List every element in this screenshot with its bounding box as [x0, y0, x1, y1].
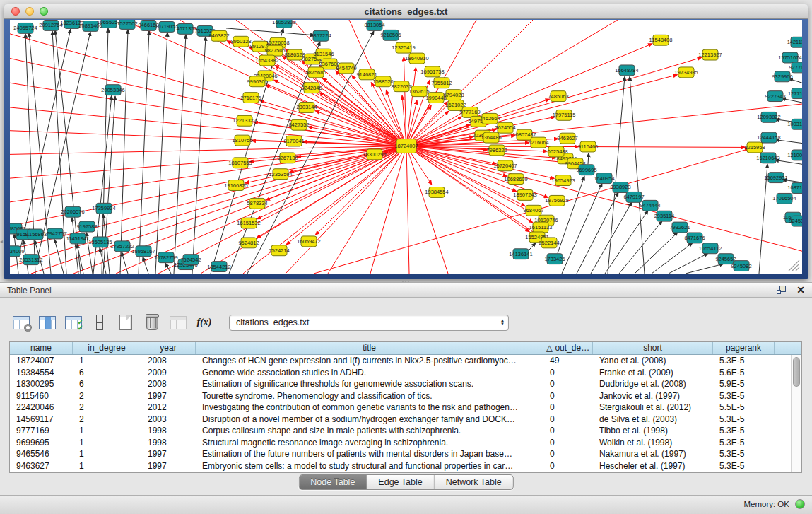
table-cell: Nakamura et al. (1997)	[593, 448, 713, 460]
table-cell: 9465546	[10, 448, 73, 460]
graph-node-label: 12771114	[788, 90, 802, 97]
table-cell: de Silva et al. (2003)	[593, 414, 713, 426]
graph-node-label: 12325419	[392, 45, 415, 51]
graph-node-label: 2803144	[296, 104, 317, 110]
graph-node-label: 1733426	[544, 256, 565, 262]
network-table-selector[interactable]: citations_edges.txt ▲▼	[229, 315, 509, 331]
graph-node-label: 10688609	[504, 176, 527, 182]
table-cell: 0	[543, 367, 593, 379]
application-window: citations_edges.txt 240557242091276418	[0, 0, 812, 514]
table-cell: 1	[73, 460, 141, 472]
graph-node-label: 6794028	[443, 92, 464, 98]
trash-icon	[146, 315, 158, 330]
table-row[interactable]: 2242004622012Investigating the contribut…	[10, 402, 791, 414]
graph-node-label: 20912764	[39, 22, 62, 28]
row-height-button[interactable]	[90, 313, 110, 332]
column-header-year[interactable]: year	[141, 342, 196, 354]
graph-node-label: 9146821	[356, 71, 377, 78]
graph-node-label: 16543382	[255, 57, 278, 64]
table-panel-title: Table Panel	[7, 286, 52, 296]
tab-edge-table[interactable]: Edge Table	[367, 475, 434, 489]
graph-node-label: 18234009	[10, 248, 25, 255]
graph-node-label: 19734935	[674, 69, 698, 76]
graph-node-label: 18544212	[207, 264, 230, 270]
memory-status-indicator[interactable]	[795, 499, 805, 509]
graph-node-label: 16151133	[529, 224, 553, 230]
new-document-icon	[119, 315, 132, 330]
column-header-name[interactable]: name	[10, 342, 73, 354]
table-row[interactable]: 977716911998Corpus callosum shape and si…	[10, 425, 791, 437]
tab-network-table[interactable]: Network Table	[435, 475, 513, 489]
table-cell: Franke et al. (2009)	[593, 367, 713, 379]
table-cell: Yano et al. (2008)	[593, 355, 713, 367]
table-cell: 0	[543, 414, 593, 426]
table-cell: 2003	[141, 414, 196, 426]
column-header-in_degree[interactable]: in_degree	[73, 342, 141, 354]
graph-node-label: 1527602	[117, 21, 137, 27]
table-row[interactable]: 946362711997Embryonic stem cells: a mode…	[10, 460, 791, 472]
table-row[interactable]: 1456911722003Disruption of a novel membe…	[10, 414, 791, 426]
table-cell: Jankovic et al. (1997)	[593, 390, 713, 402]
show-columns-button[interactable]	[37, 313, 57, 332]
graph-node-label: 17975115	[553, 112, 576, 118]
graph-node-label: 1362615	[408, 88, 429, 95]
float-panel-icon[interactable]	[777, 286, 787, 295]
table-cell: 0	[543, 390, 593, 402]
table-panel-header: Table Panel ✕	[0, 282, 812, 298]
table-cell: 49	[543, 355, 593, 367]
column-header-pagerank[interactable]: pagerank	[713, 342, 775, 354]
function-builder-button[interactable]: f(x)	[194, 313, 214, 332]
table-cell: 0	[543, 378, 593, 390]
graph-node-label: 15720407	[493, 163, 517, 169]
graph-node-label: 8131546	[313, 51, 334, 57]
import-table-button[interactable]: ✓✓	[64, 313, 83, 332]
table-cell: 9463627	[10, 460, 73, 472]
table-settings-button[interactable]	[11, 313, 31, 332]
table-cell: 0	[543, 448, 593, 460]
table-row[interactable]: 1830029562008Estimation of significance …	[10, 378, 791, 390]
new-table-button[interactable]	[116, 313, 136, 332]
scrollbar-thumb[interactable]	[793, 357, 800, 387]
graph-node-label: 9474444	[640, 202, 660, 209]
table-scrollbar[interactable]	[791, 355, 801, 472]
graph-node-label: 9827505	[264, 47, 285, 54]
graph-node-label: 9329966	[772, 74, 792, 80]
canvas-resize-grip[interactable]	[789, 260, 799, 271]
table-cell: 18724007	[10, 355, 73, 367]
side-panel-collapse-arrow[interactable]: ◂	[0, 238, 4, 246]
column-header-out_de[interactable]: △ out_de…	[543, 342, 593, 354]
network-canvas-svg: 2405572420912764182361732089140610655257…	[10, 20, 802, 274]
column-header-title[interactable]: title	[196, 342, 543, 354]
close-panel-icon[interactable]: ✕	[796, 285, 805, 295]
graph-node-label: 8427552	[288, 122, 309, 128]
network-canvas[interactable]: 2405572420912764182361732089140610655257…	[10, 20, 802, 274]
graph-node-label: 8170041	[283, 138, 304, 144]
table-cell: 2	[73, 414, 141, 426]
table-cell: 1	[73, 437, 141, 449]
table-row[interactable]: 969969511998Structural magnetic resonanc…	[10, 437, 791, 449]
table-row[interactable]: 1872400712008Changes of HCN gene express…	[10, 355, 791, 367]
tab-node-table[interactable]: Node Table	[299, 475, 367, 489]
graph-node-label: 7462664	[479, 115, 500, 122]
graph-node-label: 20053346	[101, 87, 124, 93]
column-header-short[interactable]: short	[593, 342, 713, 354]
table-row[interactable]: 946554611997Estimation of the future num…	[10, 448, 791, 460]
delete-column-button[interactable]	[142, 313, 162, 332]
table-cell: 2008	[141, 378, 196, 390]
graph-node-label: 16151532	[237, 220, 260, 226]
table-cell: 1998	[141, 425, 196, 437]
graph-node-label: 20531312	[19, 257, 42, 263]
graph-node-label: 15751074	[778, 54, 801, 61]
table-cell: Investigating the contribution of common…	[196, 402, 543, 414]
graph-node-label: 19384554	[425, 189, 448, 195]
table-row[interactable]: 911546021997Tourette syndrome. Phenomeno…	[10, 390, 791, 402]
graph-node-label: 19756928	[545, 197, 568, 204]
table-cell: Hescheler et al. (1997)	[593, 460, 713, 472]
graph-node-label: 16782759	[154, 255, 177, 261]
graph-node-label: 7524542	[180, 257, 201, 263]
window-titlebar[interactable]: citations_edges.txt	[4, 4, 808, 19]
table-cell: 5.9E-5	[713, 378, 775, 390]
graph-node-label: 11548408	[649, 37, 673, 43]
table-row[interactable]: 1938455462009Genome-wide association stu…	[10, 367, 791, 379]
table-cell: 2	[73, 390, 141, 402]
